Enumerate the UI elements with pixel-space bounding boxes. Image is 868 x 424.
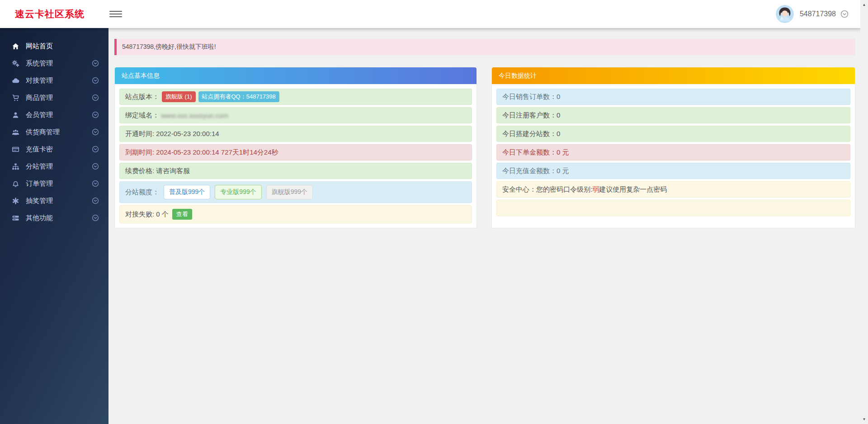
sidebar-item-label: 抽奖管理 xyxy=(26,197,92,205)
row-built-substations: 今日搭建分站数：0 xyxy=(496,126,850,142)
greeting-alert: 548717398,傍晚好,很快就下班啦! xyxy=(114,39,855,55)
page: 速云卡社区系统 548717398 xyxy=(0,0,868,424)
row-text: 今日销售订单数：0 xyxy=(502,93,560,101)
credit-card-icon xyxy=(11,146,20,153)
row-label: 绑定域名： xyxy=(125,111,159,120)
view-button[interactable]: 查看 xyxy=(172,209,192,220)
row-order-amount: 今日下单金额数：0 元 xyxy=(496,144,850,160)
scroll-down-icon[interactable]: ▼ xyxy=(860,415,868,423)
main-content: 548717398,傍晚好,很快就下班啦! 站点基本信息 站点版本： 旗舰版 (… xyxy=(108,28,860,424)
quota-basic-button[interactable]: 普及版999个 xyxy=(164,185,210,199)
password-weak-label: 弱 xyxy=(592,185,599,194)
user-icon xyxy=(11,111,20,119)
sidebar-item-members[interactable]: 会员管理 xyxy=(0,106,108,123)
quota-pro-button[interactable]: 专业版999个 xyxy=(215,185,261,199)
owner-qq-badge: 站点拥有者QQ：548717398 xyxy=(198,91,279,102)
sidebar-item-substations[interactable]: 分站管理 xyxy=(0,158,108,175)
row-security-center: 安全中心：您的密码口令级别:弱 建议使用复杂一点密码 xyxy=(496,181,850,198)
sidebar-item-lottery[interactable]: 抽奖管理 xyxy=(0,192,108,209)
top-header: 速云卡社区系统 548717398 xyxy=(0,0,860,28)
app-logo: 速云卡社区系统 xyxy=(0,8,108,20)
chevron-down-icon[interactable] xyxy=(92,214,99,221)
bell-icon xyxy=(11,180,20,188)
security-text-suffix: 建议使用复杂一点密码 xyxy=(599,185,667,194)
sidebar-item-label: 对接管理 xyxy=(26,76,92,85)
row-recharge-amount: 今日充值金额数：0 元 xyxy=(496,163,850,179)
row-text: 续费价格: 请咨询客服 xyxy=(125,167,190,175)
row-text: 今日搭建分站数：0 xyxy=(502,130,560,138)
quota-flagship-button[interactable]: 旗舰版999个 xyxy=(266,185,313,199)
row-text: 开通时间: 2022-05-23 20:00:14 xyxy=(125,130,219,138)
chevron-down-icon[interactable] xyxy=(92,146,99,153)
sidebar-item-orders[interactable]: 订单管理 xyxy=(0,175,108,192)
sidebar-item-label: 系统管理 xyxy=(26,59,92,68)
today-stats-card: 今日数据统计 今日销售订单数：0 今日注册客户数：0 今日搭建分站数：0 今日下… xyxy=(491,67,855,228)
row-bound-domain: 绑定域名： www.xxx.xxxxyun.com xyxy=(119,107,472,123)
username[interactable]: 548717398 xyxy=(800,10,836,18)
row-registered-customers: 今日注册客户数：0 xyxy=(496,107,850,123)
card-title: 站点基本信息 xyxy=(122,72,160,80)
today-stats-card-header: 今日数据统计 xyxy=(492,67,855,84)
chevron-down-icon[interactable] xyxy=(92,94,99,101)
sidebar-item-label: 订单管理 xyxy=(26,179,92,188)
row-text: 今日下单金额数：0 元 xyxy=(502,148,569,157)
row-substation-quota: 分站额度： 普及版999个 专业版999个 旗舰版999个 xyxy=(119,181,472,203)
sidebar-item-label: 网站首页 xyxy=(26,42,108,51)
row-text: 今日注册客户数：0 xyxy=(502,111,560,120)
row-label: 对接失败: 0 个 xyxy=(125,210,169,219)
sidebar-item-label: 其他功能 xyxy=(26,214,92,222)
asterisk-icon xyxy=(11,197,20,205)
row-open-time: 开通时间: 2022-05-23 20:00:14 xyxy=(119,126,472,142)
row-expire-time: 到期时间: 2024-05-23 20:00:14 727天1时14分24秒 xyxy=(119,144,472,160)
sidebar-item-other[interactable]: 其他功能 xyxy=(0,209,108,226)
scroll-up-icon[interactable]: ▲ xyxy=(860,1,868,9)
sidebar-item-label: 分站管理 xyxy=(26,162,92,171)
greeting-text: 548717398,傍晚好,很快就下班啦! xyxy=(122,43,216,51)
domain-value-blurred: www.xxx.xxxxyun.com xyxy=(161,112,228,119)
sitemap-icon xyxy=(11,163,20,170)
row-text: 到期时间: 2024-05-23 20:00:14 727天1时14分24秒 xyxy=(125,148,278,157)
sidebar-item-home[interactable]: 网站首页 xyxy=(0,38,108,55)
user-menu[interactable]: 548717398 xyxy=(776,5,860,23)
sidebar-item-system[interactable]: 系统管理 xyxy=(0,55,108,72)
sidebar-item-products[interactable]: 商品管理 xyxy=(0,89,108,106)
sidebar-item-suppliers[interactable]: 供货商管理 xyxy=(0,123,108,141)
row-empty xyxy=(496,200,850,216)
sidebar-item-cards[interactable]: 充值卡密 xyxy=(0,141,108,158)
site-info-card-header: 站点基本信息 xyxy=(115,67,476,84)
row-site-version: 站点版本： 旗舰版 (1) 站点拥有者QQ：548717398 xyxy=(119,89,472,105)
row-text: 今日充值金额数：0 元 xyxy=(502,167,569,175)
chevron-down-icon[interactable] xyxy=(92,128,99,136)
security-text-prefix: 安全中心：您的密码口令级别: xyxy=(502,185,592,194)
sidebar-item-docking[interactable]: 对接管理 xyxy=(0,72,108,89)
chevron-down-icon[interactable] xyxy=(92,111,99,118)
sidebar-item-label: 会员管理 xyxy=(26,111,92,119)
sidebar-item-label: 商品管理 xyxy=(26,94,92,102)
cogs-icon xyxy=(11,60,20,67)
cloud-icon xyxy=(11,77,20,85)
row-renew-price: 续费价格: 请咨询客服 xyxy=(119,163,472,179)
site-info-card: 站点基本信息 站点版本： 旗舰版 (1) 站点拥有者QQ：548717398 绑… xyxy=(114,67,477,228)
chevron-down-icon[interactable] xyxy=(92,60,99,67)
users-icon xyxy=(11,128,20,136)
sidebar-nav: 网站首页 系统管理 对接管理 xyxy=(0,28,108,424)
server-icon xyxy=(11,214,20,222)
home-icon xyxy=(11,42,20,50)
cart-icon xyxy=(11,94,20,102)
card-title: 今日数据统计 xyxy=(499,72,537,80)
chevron-down-icon[interactable] xyxy=(92,163,99,170)
chevron-down-icon[interactable] xyxy=(840,10,849,18)
chevron-down-icon[interactable] xyxy=(92,77,99,84)
row-label: 分站额度： xyxy=(125,188,159,197)
version-badge: 旗舰版 (1) xyxy=(162,91,196,102)
hamburger-menu-icon[interactable] xyxy=(109,11,122,18)
row-docking-failures: 对接失败: 0 个 查看 xyxy=(119,205,472,223)
sidebar-item-label: 充值卡密 xyxy=(26,145,92,154)
chevron-down-icon[interactable] xyxy=(92,180,99,187)
sidebar-item-label: 供货商管理 xyxy=(26,128,92,137)
page-scrollbar[interactable]: ▲ ▼ xyxy=(860,0,868,424)
row-sales-orders: 今日销售订单数：0 xyxy=(496,89,850,105)
row-label: 站点版本： xyxy=(125,93,159,101)
avatar[interactable] xyxy=(776,5,794,23)
chevron-down-icon[interactable] xyxy=(92,197,99,204)
